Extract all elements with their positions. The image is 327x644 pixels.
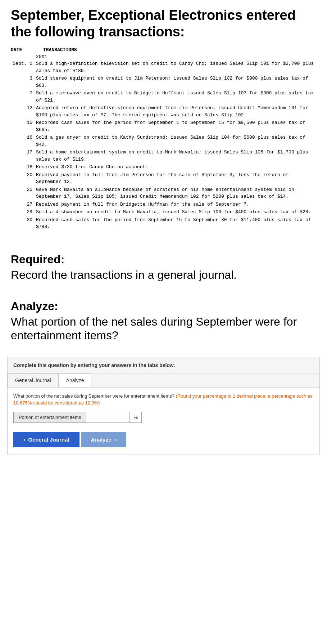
trans-text: Sold a home entertainment system on cred… xyxy=(36,149,316,163)
trans-text: Gave Mark Navalta an allowance because o… xyxy=(36,186,316,200)
trans-date: 30 xyxy=(11,216,36,231)
transactions-header: DATE TRANSACTIONS xyxy=(11,47,316,53)
page-container: September, Exceptional Electronics enter… xyxy=(0,0,327,455)
trans-text: Sold a dishwasher on credit to Mark Nava… xyxy=(36,209,316,216)
required-text: Record the transactions in a general jou… xyxy=(11,268,316,282)
table-row: 20 Received payment in full from Jim Pet… xyxy=(11,171,316,185)
analyze-button[interactable]: Analyze › xyxy=(81,432,126,447)
general-journal-button[interactable]: ‹ General Journal xyxy=(13,432,80,447)
header-section: September, Exceptional Electronics enter… xyxy=(0,0,327,44)
general-journal-label: General Journal xyxy=(28,437,69,443)
trans-date: 15 xyxy=(11,119,36,133)
required-label: Required: xyxy=(11,253,316,266)
table-row: 17 Sold a home entertainment system on c… xyxy=(11,149,316,163)
trans-text: Sold stereo equipment on credit to Jim P… xyxy=(36,75,316,89)
input-row: Portion of entertainment items % xyxy=(13,412,142,423)
trans-date: Sept. 1 xyxy=(11,60,36,74)
tab-general-journal[interactable]: General Journal xyxy=(8,374,59,387)
table-row: 12 Accepted return of defective stereo e… xyxy=(11,104,316,118)
trans-date: 17 xyxy=(11,149,36,163)
nav-buttons: ‹ General Journal Analyze › xyxy=(13,429,314,450)
trans-text: Recorded cash sales for the period from … xyxy=(36,216,316,231)
analyze-section: Analyze: What portion of the net sales d… xyxy=(0,285,327,346)
trans-date: 3 xyxy=(11,75,36,89)
input-label: Portion of entertainment items xyxy=(14,412,86,422)
answer-section: Complete this question by entering your … xyxy=(7,357,320,455)
trans-text: Received payment in full from Jim Peters… xyxy=(36,171,316,185)
analyze-question: What portion of the net sales during Sep… xyxy=(13,393,314,407)
percent-sign: % xyxy=(130,412,141,422)
header-title: September, Exceptional Electronics enter… xyxy=(11,7,316,40)
year-row: 20X1 xyxy=(11,54,316,59)
table-row: 30 Recorded cash sales for the period fr… xyxy=(11,216,316,231)
transactions-section: DATE TRANSACTIONS 20X1 Sept. 1 Sold a hi… xyxy=(0,44,327,238)
analyze-question-text: What portion of the net sales during Sep… xyxy=(13,393,176,399)
tab-analyze[interactable]: Analyze xyxy=(59,374,92,387)
trans-text: Sold a high-definition television set on… xyxy=(36,60,316,74)
trans-date: 25 xyxy=(11,186,36,200)
analyze-text: What portion of the net sales during Sep… xyxy=(11,315,316,343)
required-section: Required: Record the transactions in a g… xyxy=(0,238,327,285)
trans-text: Sold a microwave oven on credit to Bridg… xyxy=(36,90,316,104)
trans-date: 20 xyxy=(11,171,36,185)
table-row: 7 Sold a microwave oven on credit to Bri… xyxy=(11,90,316,104)
trans-text: Sold a gas dryer on credit to Kathy Sund… xyxy=(36,134,316,148)
date-col-header: DATE xyxy=(11,47,36,53)
table-row: 15 Recorded cash sales for the period fr… xyxy=(11,119,316,133)
trans-date: 27 xyxy=(11,201,36,208)
trans-date: 12 xyxy=(11,104,36,118)
tab-content: What portion of the net sales during Sep… xyxy=(8,388,319,455)
chevron-left-icon: ‹ xyxy=(23,437,25,443)
table-row: 3 Sold stereo equipment on credit to Jim… xyxy=(11,75,316,89)
instruction-bar: Complete this question by entering your … xyxy=(8,357,319,374)
trans-date: 29 xyxy=(11,209,36,216)
transactions-col-header: TRANSACTIONS xyxy=(43,47,316,53)
table-row: 29 Sold a dishwasher on credit to Mark N… xyxy=(11,209,316,216)
trans-date: 7 xyxy=(11,90,36,104)
portion-input[interactable] xyxy=(86,412,130,422)
table-row: Sept. 1 Sold a high-definition televisio… xyxy=(11,60,316,74)
trans-text: Received $730 from Candy Cho on account. xyxy=(36,164,316,171)
chevron-right-icon: › xyxy=(114,437,116,443)
tabs-row: General Journal Analyze xyxy=(8,374,319,388)
table-row: 18 Received $730 from Candy Cho on accou… xyxy=(11,164,316,171)
trans-text: Received payment in full from Bridgette … xyxy=(36,201,316,208)
table-row: 16 Sold a gas dryer on credit to Kathy S… xyxy=(11,134,316,148)
trans-text: Accepted return of defective stereo equi… xyxy=(36,104,316,118)
trans-date: 18 xyxy=(11,164,36,171)
analyze-nav-label: Analyze xyxy=(91,437,112,443)
table-row: 27 Received payment in full from Bridget… xyxy=(11,201,316,208)
table-row: 25 Gave Mark Navalta an allowance becaus… xyxy=(11,186,316,200)
trans-date: 16 xyxy=(11,134,36,148)
analyze-label: Analyze: xyxy=(11,300,316,313)
transactions-body: Sept. 1 Sold a high-definition televisio… xyxy=(11,60,316,231)
trans-text: Recorded cash sales for the period from … xyxy=(36,119,316,133)
